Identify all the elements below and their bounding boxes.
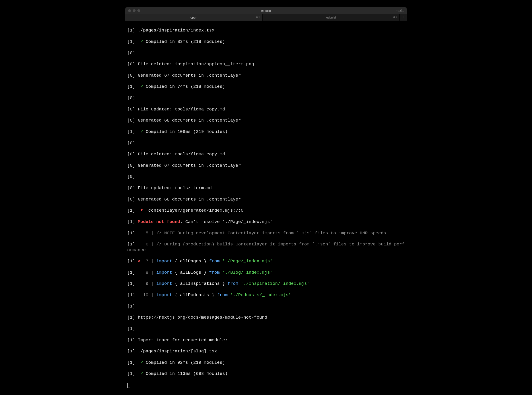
log-line: [0] [127,95,405,101]
log-line: [1] [127,304,405,309]
code-error-line: [1] > 7 | import { allPages } from './Pa… [127,258,405,264]
code-context-line: [1] 8 | import { allBlogs } from './Blog… [127,270,405,275]
title-shortcut: ⌥⌘1 [396,9,404,12]
log-line: [0] Generated 67 documents in .contentla… [127,163,405,168]
log-line: [1] ✓ Compiled in 74ms (218 modules) [127,84,405,89]
code-context-line: [1] 5 | // NOTE During development Conte… [127,230,405,236]
terminal-window: esbuild ⌥⌘1 open ⌘1 esbuild ⌘2 + [1] ./p… [125,7,407,395]
check-icon: ✓ [140,360,143,365]
titlebar[interactable]: esbuild ⌥⌘1 [125,7,407,14]
log-line: [1] ✗ .contentlayer/generated/index.mjs:… [127,208,405,213]
log-line: [0] File deleted: tools/figma copy.md [127,151,405,157]
error-line: [1] Module not found: Can't resolve './P… [127,219,405,225]
tabbar: open ⌘1 esbuild ⌘2 + [125,14,407,21]
tab-esbuild[interactable]: esbuild ⌘2 [263,14,400,21]
tab-shortcut: ⌘1 [256,16,260,19]
check-icon: ✓ [140,84,143,89]
cross-icon: ✗ [140,208,143,213]
log-line: [1] ✓ Compiled in 83ms (218 modules) [127,39,405,44]
check-icon: ✓ [140,39,143,44]
log-line: [1] ✓ Compiled in 92ms (219 modules) [127,360,405,365]
log-line: [0] File updated: tools/figma copy.md [127,106,405,112]
error-caret: > [138,259,140,264]
log-line: [0] Generated 68 documents in .contentla… [127,197,405,202]
log-line: [1] https://nextjs.org/docs/messages/mod… [127,315,405,320]
code-context-line: [1] 10 | import { allPodcasts } from './… [127,292,405,298]
log-line: [1] ./pages/inspiration/[slug].tsx [127,348,405,354]
check-icon: ✓ [140,371,143,376]
log-line: [1] Import trace for requested module: [127,337,405,343]
log-line: [0] [127,140,405,146]
log-line: [1] [127,326,405,332]
log-line: [0] Generated 67 documents in .contentla… [127,73,405,78]
log-line: [0] Generated 68 documents in .contentla… [127,118,405,123]
minimize-button[interactable] [133,9,135,12]
code-context-line: [1] 9 | import { allInspirations } from … [127,281,405,286]
check-icon: ✓ [140,129,143,134]
log-line: [0] File updated: tools/iterm.md [127,185,405,191]
log-line: [0] [127,174,405,179]
log-line: [1] ./pages/inspiration/index.tsx [127,27,405,33]
log-line: [1] ✓ Compiled in 106ms (219 modules) [127,129,405,135]
traffic-lights [128,9,140,12]
tab-label: esbuild [326,16,336,19]
log-line: [0] [127,50,405,56]
tab-shortcut: ⌘2 [393,16,397,19]
cursor [128,383,130,388]
log-line: [0] File deleted: inspiration/appicon__i… [127,61,405,67]
window-title: esbuild [261,9,271,12]
tab-open[interactable]: open ⌘1 [125,14,263,21]
close-button[interactable] [128,9,131,12]
terminal-output[interactable]: [1] ./pages/inspiration/index.tsx [1] ✓ … [125,21,407,395]
code-context-line: [1] 6 | // During (production) builds Co… [127,241,405,253]
tab-label: open [190,16,197,19]
log-line: [1] ✓ Compiled in 113ms (698 modules) [127,371,405,377]
new-tab-button[interactable]: + [400,14,407,21]
zoom-button[interactable] [137,9,140,12]
